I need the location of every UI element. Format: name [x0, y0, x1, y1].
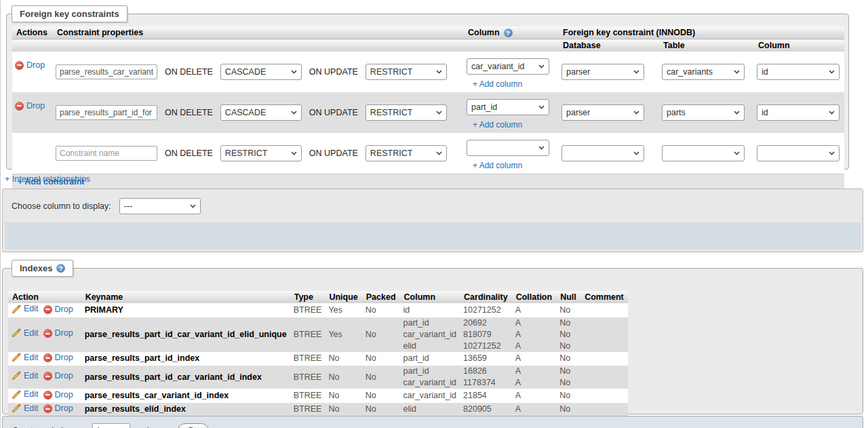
fk-table-cell: car_variants	[659, 52, 754, 92]
constraint-name-input[interactable]	[56, 146, 157, 161]
add-column-link[interactable]: + Add column	[473, 79, 522, 89]
fk-header-table: Table	[659, 39, 754, 52]
edit-link[interactable]: Edit	[12, 403, 39, 414]
edit-link-label: Edit	[24, 303, 39, 315]
chevron-down-icon	[436, 111, 442, 115]
fk-database-cell: parser	[559, 92, 659, 133]
pencil-icon	[12, 305, 21, 314]
chevron-down-icon	[436, 151, 442, 155]
index-column: part_idcar_variant_id	[400, 366, 460, 389]
chevron-down-icon	[734, 70, 740, 74]
fk-column-select-value: car_variant_id	[471, 62, 525, 71]
fk-table-cell	[659, 133, 754, 174]
drop-link[interactable]: Drop	[43, 403, 73, 414]
chevron-down-icon	[291, 70, 297, 74]
fk-table-select[interactable]	[662, 145, 745, 161]
index-column: part_id	[400, 352, 460, 366]
drop-link-label: Drop	[55, 352, 73, 364]
drop-link[interactable]: Drop	[43, 304, 73, 315]
index-null: No	[556, 352, 580, 366]
constraint-name-input[interactable]	[56, 105, 157, 120]
help-icon[interactable]: ?	[504, 28, 513, 37]
drop-link-label: Drop	[55, 370, 73, 382]
index-type: BTREE	[290, 303, 326, 317]
fk-database-select[interactable]	[561, 145, 644, 161]
chevron-down-icon	[829, 151, 835, 155]
fk-constraint-row: DropON DELETECASCADEON UPDATERESTRICTpar…	[12, 92, 844, 133]
chevron-down-icon	[436, 70, 442, 74]
fk-header-fk-column: Column	[754, 39, 844, 52]
index-packed: No	[362, 389, 400, 403]
fk-header-group: Foreign key constraint (INNODB)	[559, 26, 844, 39]
fk-column-select[interactable]	[467, 140, 549, 156]
fk-database-select[interactable]: parser	[561, 104, 644, 121]
fk-header-column: Column ?	[464, 26, 559, 39]
index-collation: AAA	[512, 317, 556, 352]
idx-header-keyname: Keyname	[81, 291, 290, 303]
fk-table-select[interactable]: car_variants	[662, 64, 745, 80]
on-delete-label: ON DELETE	[165, 149, 213, 158]
on-update-select[interactable]: RESTRICT	[366, 64, 447, 80]
edit-link[interactable]: Edit	[12, 303, 39, 315]
fk-constraint-row: ON DELETERESTRICTON UPDATERESTRICT+ Add …	[12, 133, 844, 174]
drop-link[interactable]: Drop	[43, 328, 73, 339]
index-action-cell: EditDrop	[8, 303, 81, 317]
edit-link[interactable]: Edit	[12, 328, 39, 339]
fk-actions-cell	[12, 133, 53, 174]
display-column-box: Choose column to display: ---	[2, 189, 863, 252]
index-type: BTREE	[290, 317, 326, 352]
help-icon[interactable]: ?	[56, 264, 65, 273]
drop-icon	[15, 102, 24, 111]
drop-link[interactable]: Drop	[43, 352, 73, 364]
drop-link[interactable]: Drop	[43, 370, 73, 382]
fk-ref-column-select[interactable]: id	[757, 104, 840, 121]
go-button[interactable]: Go	[178, 423, 208, 428]
index-packed: No	[362, 317, 400, 352]
add-column-link[interactable]: + Add column	[473, 120, 522, 130]
edit-link-label: Edit	[24, 389, 39, 400]
fk-table-select[interactable]: parts	[662, 104, 745, 121]
internal-relationships-link[interactable]: + Internal relationships	[5, 174, 90, 184]
drop-icon	[43, 404, 52, 413]
edit-link[interactable]: Edit	[12, 352, 39, 364]
drop-link[interactable]: Drop	[15, 60, 45, 70]
create-index-columns-input[interactable]	[92, 423, 130, 428]
index-cardinality: 13659	[460, 352, 512, 366]
chevron-down-icon	[538, 64, 545, 69]
on-update-select[interactable]: RESTRICT	[366, 104, 447, 121]
fk-ref-column-select-value: id	[762, 108, 768, 117]
on-delete-select[interactable]: CASCADE	[220, 64, 302, 80]
fk-column-select[interactable]: car_variant_id	[467, 58, 549, 75]
drop-icon	[43, 372, 52, 381]
on-delete-select[interactable]: CASCADE	[220, 104, 302, 121]
on-delete-select[interactable]: RESTRICT	[220, 145, 302, 161]
edit-link[interactable]: Edit	[12, 389, 39, 400]
on-update-label: ON UPDATE	[309, 67, 358, 77]
index-collation: A	[512, 303, 556, 317]
on-update-select[interactable]: RESTRICT	[366, 145, 447, 161]
index-row: EditDropparse_results_car_variant_id_ind…	[8, 389, 628, 403]
fk-column-select[interactable]: part_id	[467, 99, 549, 115]
fk-ref-column-select[interactable]	[757, 145, 840, 161]
drop-link[interactable]: Drop	[43, 389, 73, 401]
index-column: part_idcar_variant_idelid	[400, 317, 460, 352]
drop-link[interactable]: Drop	[15, 101, 45, 111]
indexes-header-row: Action Keyname Type Unique Packed Column…	[8, 291, 628, 303]
index-keyname: parse_results_part_id_car_variant_id_ind…	[81, 366, 290, 389]
constraint-name-input[interactable]	[56, 64, 157, 79]
index-type: BTREE	[290, 389, 326, 403]
fk-database-select[interactable]: parser	[561, 64, 644, 80]
fk-ref-column-select[interactable]: id	[757, 64, 840, 80]
on-delete-label: ON DELETE	[165, 108, 213, 117]
edit-link[interactable]: Edit	[12, 370, 39, 382]
display-column-select[interactable]: ---	[119, 198, 201, 214]
chevron-down-icon	[633, 70, 639, 74]
add-column-link[interactable]: + Add column	[473, 161, 522, 170]
fk-footer-row: + Add constraint	[12, 174, 844, 190]
fk-ref-column-cell	[754, 133, 844, 174]
fk-database-cell: parser	[559, 52, 659, 92]
index-collation: A	[512, 403, 556, 417]
index-comment	[580, 389, 628, 403]
chevron-down-icon	[734, 151, 740, 155]
fk-ref-column-cell: id	[754, 52, 844, 92]
